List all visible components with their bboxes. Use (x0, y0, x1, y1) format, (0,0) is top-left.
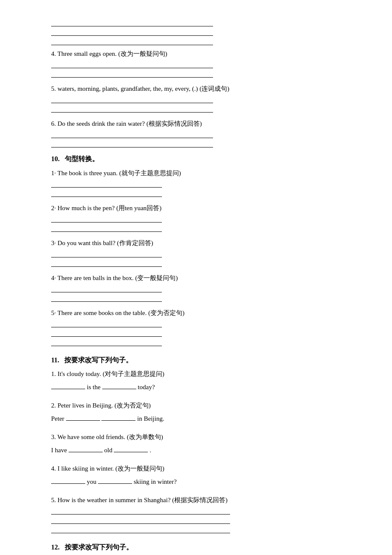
s11-q2-word2: in Beijing. (137, 415, 164, 422)
question-6-text: 6. Do the seeds drink the rain water? (根… (51, 119, 341, 129)
s11-q4-text: 4. I like skiing in winter. (改为一般疑问句) (51, 463, 341, 474)
q5-line-2 (51, 105, 213, 113)
s11-q4-word2: skiing in winter? (134, 478, 177, 485)
s11-q1-word2: today? (138, 384, 155, 390)
s11-q5-line-3 (51, 526, 230, 533)
s11-q1-blank2 (102, 382, 136, 389)
top-line-3 (51, 38, 213, 45)
question-4-text: 4. Three small eggs open. (改为一般疑问句) (51, 49, 341, 59)
s10-q4-line-2 (51, 294, 162, 302)
section10-item-4: 4· There are ten balls in the box. (变一般疑… (51, 273, 341, 302)
s11-q2-blank2 (101, 414, 135, 421)
top-line-1 (51, 19, 213, 26)
section-10: 10. 句型转换。 1· The book is three yuan. (就句… (51, 153, 341, 346)
q4-line-1 (51, 61, 213, 68)
s11-q1-text: 1. It's cloudy today. (对句子主题意思提问) (51, 369, 341, 379)
s11-q3-fill: I have old . (51, 443, 341, 457)
section-12-number: 12. (51, 543, 60, 551)
s11-q5-line-2 (51, 516, 230, 524)
section11-item-3: 3. We have some old friends. (改为单数句) I h… (51, 432, 341, 457)
top-answer-lines (51, 19, 341, 45)
s10-q2-line-2 (51, 224, 162, 232)
section-11-title: 按要求改写下列句子。 (64, 356, 133, 364)
s11-q4-blank2 (98, 477, 132, 484)
s10-q2-content: How much is the pen? (用ten yuan回答) (58, 205, 161, 211)
s10-q1-content: The book is three yuan. (就句子主题意思提问) (58, 170, 181, 176)
s10-q4-line-1 (51, 285, 162, 292)
section-10-header: 10. 句型转换。 (51, 153, 341, 165)
section10-item-3: 3· Do you want this ball? (作肯定回答) (51, 238, 341, 267)
s11-q3-blank2 (114, 445, 148, 452)
q6-line-1 (51, 130, 213, 138)
section10-item-1: 1· The book is three yuan. (就句子主题意思提问) (51, 168, 341, 197)
section-10-number: 10. (51, 155, 60, 162)
question-5-text: 5. waters, morning, plants, grandfather,… (51, 84, 341, 94)
question-4-block: 4. Three small eggs open. (改为一般疑问句) (51, 49, 341, 78)
section10-item-2: 2· How much is the pen? (用ten yuan回答) (51, 203, 341, 232)
s11-q3-blank1 (69, 445, 103, 452)
s11-q1-blank1 (51, 382, 85, 389)
s10-q1-text: 1· The book is three yuan. (就句子主题意思提问) (51, 168, 341, 178)
section11-item-4: 4. I like skiing in winter. (改为一般疑问句) yo… (51, 463, 341, 489)
section-12: 12. 按要求改写下列句子。 1. Six children in our cl… (51, 542, 341, 555)
s11-q3-word0: I have (51, 447, 69, 454)
s10-q2-bullet: 2· (51, 205, 56, 211)
s10-q3-content: Do you want this ball? (作肯定回答) (58, 240, 153, 246)
s10-q5-text: 5· There are some books on the table. (变… (51, 308, 341, 318)
s11-q5-text: 5. How is the weather in summer in Shang… (51, 495, 341, 505)
s11-q4-blank1 (51, 477, 85, 484)
s11-q3-word1: old (104, 447, 114, 454)
s11-q2-blank1 (66, 414, 100, 421)
s11-q3-text: 3. We have some old friends. (改为单数句) (51, 432, 341, 442)
s11-q4-fill: you skiing in winter? (51, 475, 341, 489)
section11-item-1: 1. It's cloudy today. (对句子主题意思提问) is the… (51, 369, 341, 394)
section-12-title: 按要求改写下列句子。 (65, 543, 133, 551)
s10-q4-bullet: 4· (51, 275, 56, 281)
section-11-number: 11. (51, 356, 59, 364)
top-line-2 (51, 28, 213, 36)
section11-item-5: 5. How is the weather in summer in Shang… (51, 495, 341, 533)
section-12-header: 12. 按要求改写下列句子。 (51, 542, 341, 553)
s11-q2-text: 2. Peter lives in Beijing. (改为否定句) (51, 400, 341, 410)
s11-q2-word0: Peter (51, 415, 66, 422)
s11-q4-word1: you (87, 478, 98, 485)
s11-q3-period: . (150, 447, 151, 454)
section11-item-2: 2. Peter lives in Beijing. (改为否定句) Peter… (51, 400, 341, 426)
s10-q3-bullet: 3· (51, 240, 56, 246)
s11-q1-word1: is the (87, 384, 102, 390)
section-11-header: 11. 按要求改写下列句子。 (51, 355, 341, 366)
s10-q1-line-2 (51, 189, 162, 197)
section10-item-5: 5· There are some books on the table. (变… (51, 308, 341, 346)
s10-q4-content: There are ten balls in the box. (变一般疑问句) (58, 275, 178, 281)
s10-q1-line-1 (51, 180, 162, 188)
s11-q5-line-1 (51, 507, 230, 515)
s11-q2-fill: Peter in Beijing. (51, 412, 341, 426)
section-10-title: 句型转换。 (65, 155, 99, 162)
q5-line-1 (51, 95, 213, 103)
s10-q3-text: 3· Do you want this ball? (作肯定回答) (51, 238, 341, 248)
s10-q1-bullet: 1· (51, 170, 56, 176)
s10-q3-line-2 (51, 259, 162, 267)
s10-q5-line-1 (51, 320, 162, 327)
s10-q2-text: 2· How much is the pen? (用ten yuan回答) (51, 203, 341, 213)
question-6-block: 6. Do the seeds drink the rain water? (根… (51, 119, 341, 147)
s10-q4-text: 4· There are ten balls in the box. (变一般疑… (51, 273, 341, 283)
s10-q5-bullet: 5· (51, 309, 56, 316)
s10-q5-line-3 (51, 338, 162, 346)
s10-q5-content: There are some books on the table. (变为否定… (58, 309, 184, 316)
q6-line-2 (51, 140, 213, 147)
s10-q3-line-1 (51, 250, 162, 257)
q4-line-2 (51, 70, 213, 78)
section-11: 11. 按要求改写下列句子。 1. It's cloudy today. (对句… (51, 355, 341, 534)
s11-q1-fill: is the today? (51, 380, 341, 394)
question-5-block: 5. waters, morning, plants, grandfather,… (51, 84, 341, 113)
s10-q5-line-2 (51, 329, 162, 337)
s10-q2-line-1 (51, 215, 162, 223)
